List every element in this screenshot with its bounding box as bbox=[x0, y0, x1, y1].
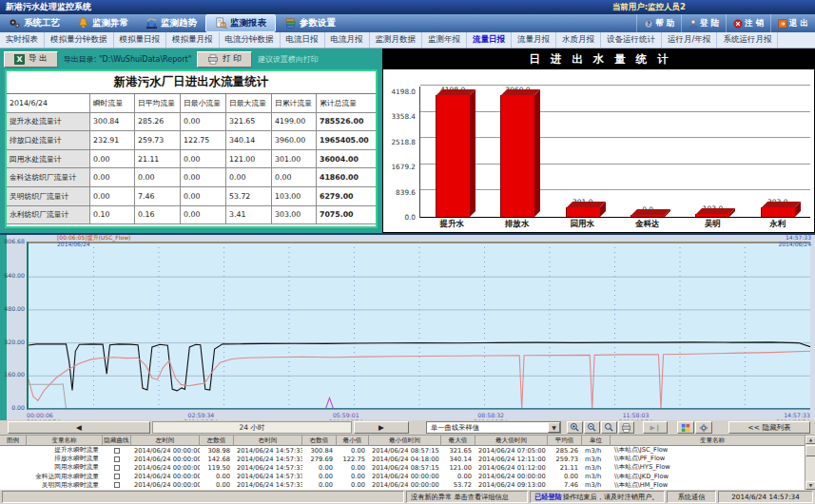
print-trend-button[interactable] bbox=[618, 421, 634, 434]
bar-category-label: 提升水 bbox=[422, 219, 481, 232]
menu-item-system-process[interactable]: 系统工艺 bbox=[0, 14, 68, 32]
tab[interactable]: 监测年报 bbox=[422, 32, 467, 48]
tab[interactable]: 系统运行月报 bbox=[717, 32, 778, 48]
logout-button-label: 注 销 bbox=[745, 18, 764, 29]
tag-path-cell: \\本站点\JSC_Flow bbox=[611, 446, 815, 455]
alarm-status-text[interactable]: 没有新的异常 单击查看详细信息 bbox=[406, 491, 528, 503]
trend-plot[interactable] bbox=[27, 242, 810, 410]
max-time-cell: 2014/06/24 07:05:00 bbox=[475, 447, 548, 455]
hide-curve-checkbox[interactable] bbox=[114, 465, 120, 471]
hide-curve-checkbox[interactable] bbox=[114, 448, 120, 454]
min-value-cell: 0.00 bbox=[337, 481, 369, 489]
max-value-cell: 0.00 bbox=[441, 473, 475, 480]
tab[interactable]: 模拟量分钟数据 bbox=[45, 32, 114, 48]
daily-avg-cell: 21.11 bbox=[135, 150, 181, 169]
menu-item-parameter-settings[interactable]: 参数设置 bbox=[276, 14, 344, 32]
tab[interactable]: 电流月报 bbox=[325, 32, 370, 48]
bar-column: 301.0 bbox=[553, 86, 612, 217]
bar[interactable] bbox=[436, 95, 470, 217]
play-button[interactable]: ▶❙ bbox=[643, 421, 668, 434]
left-teal-strip bbox=[0, 235, 7, 422]
right-value-cell: 0.00 bbox=[302, 473, 337, 480]
menu-item-monitor-alarm[interactable]: 监测异常 bbox=[68, 14, 137, 32]
left-time-cell: 2014/06/24 00:00:00 bbox=[131, 447, 200, 455]
login-button-label: 登 陆 bbox=[700, 18, 719, 29]
right-value-cell: 300.84 bbox=[302, 447, 337, 455]
variable-name-cell: 吴明回用水瞬时流量 bbox=[27, 481, 103, 490]
legend-scrollbar[interactable]: ▲ ▼ bbox=[805, 436, 815, 490]
tab[interactable]: 电流分钟数据 bbox=[220, 32, 281, 48]
trend-plot-svg bbox=[29, 242, 810, 409]
tab[interactable]: 水质月报 bbox=[556, 32, 601, 48]
print-button[interactable]: 打 印 bbox=[197, 51, 252, 68]
daily-min-cell: 0.00 bbox=[181, 187, 226, 206]
scroll-up-icon[interactable]: ▲ bbox=[805, 436, 815, 444]
daily-min-cell: 0.00 bbox=[181, 168, 226, 187]
tag-path-cell: \\本站点\JKD_Flow bbox=[611, 473, 815, 481]
tab[interactable]: 运行月/年报 bbox=[662, 32, 717, 48]
bar-chart-x-labels: 提升水排放水回用水金科达吴明永利 bbox=[419, 219, 810, 232]
tab[interactable]: 电流日报 bbox=[281, 32, 325, 48]
tab[interactable]: 实时报表 bbox=[0, 32, 45, 48]
curve-mode-select[interactable]: 单一曲线采样值 ▼ bbox=[426, 421, 561, 434]
report-panel: X 导 出 导出目录: "D:\WuShuiData\Report" 打 印 建… bbox=[0, 48, 382, 233]
bar[interactable] bbox=[761, 207, 795, 217]
tab[interactable]: 设备运行统计 bbox=[601, 32, 662, 48]
hide-list-button[interactable]: << 隐藏列表 bbox=[728, 421, 810, 434]
legend-row[interactable]: 吴明回用水瞬时流量 2014/06/24 00:00:00 0.00 2014/… bbox=[0, 481, 815, 490]
min-value-cell: 0.00 bbox=[337, 447, 369, 455]
menu-item-monitor-trend[interactable]: 监测趋势 bbox=[137, 14, 205, 32]
time-range-scrollbar[interactable]: 24 小时 bbox=[152, 421, 352, 434]
login-button[interactable]: 登 陆 bbox=[681, 14, 726, 32]
bar[interactable] bbox=[500, 95, 534, 217]
legend-col-header: 变量名称 bbox=[27, 436, 103, 446]
zoom-in-button[interactable] bbox=[567, 421, 583, 434]
chart-grid-button[interactable] bbox=[677, 421, 694, 434]
bar[interactable] bbox=[695, 214, 729, 217]
bar-chart-y-tick: 4198.0 bbox=[391, 89, 416, 95]
export-button[interactable]: X 导 出 bbox=[4, 51, 58, 68]
zoom-reset-button[interactable] bbox=[601, 421, 617, 434]
tab[interactable]: 监测月数据 bbox=[370, 32, 423, 48]
chevron-down-icon[interactable]: ▼ bbox=[548, 422, 560, 433]
max-value-cell: 321.65 bbox=[441, 447, 475, 455]
chart-options-button[interactable] bbox=[695, 421, 712, 434]
daily-flow-report-table: 新港污水厂日进出水流量统计 2014/6/24 瞬时流量 日平均流量 日最小流量… bbox=[5, 69, 378, 228]
scroll-down-icon[interactable]: ▼ bbox=[805, 481, 815, 490]
report-row: 永利纺织厂流量计 0.10 0.16 0.00 3.41 303.00 7075… bbox=[7, 206, 376, 225]
avg-value-cell: 0.00 bbox=[548, 473, 582, 480]
bar[interactable] bbox=[631, 215, 665, 217]
max-value-cell: 340.14 bbox=[441, 456, 475, 463]
tab[interactable]: 流量月报 bbox=[512, 32, 556, 48]
min-time-cell: 2014/06/24 00:00:00 bbox=[369, 473, 441, 480]
scrollbar-thumb[interactable] bbox=[805, 445, 815, 456]
hide-curve-checkbox[interactable] bbox=[114, 482, 120, 488]
exit-button[interactable]: 退 出 bbox=[770, 14, 815, 32]
scroll-left-button[interactable]: ◀ bbox=[8, 421, 150, 434]
trend-controls-row: ◀ 24 小时 ▶ 单一曲线采样值 ▼ ▶❙ << 隐藏列表 bbox=[0, 420, 815, 436]
zoom-out-button[interactable] bbox=[584, 421, 600, 434]
hide-curve-checkbox[interactable] bbox=[114, 456, 120, 462]
legend-header-row: 图例变量名称隐藏曲线左时间左数值右时间右数值最小值最小值时间最大值最大值时间平均… bbox=[0, 436, 815, 446]
bar[interactable] bbox=[566, 207, 600, 217]
tab[interactable]: 流量日报 bbox=[467, 32, 512, 48]
login-status-rest: 操作结束后，请及时注销用户。 bbox=[563, 493, 659, 502]
right-time-cell: 2014/06/24 14:57:33 bbox=[234, 473, 302, 480]
gears-icon bbox=[9, 17, 21, 29]
help-button[interactable]: ? 帮 助 bbox=[636, 14, 681, 32]
legend-col-header: 右时间 bbox=[234, 436, 302, 446]
tab[interactable]: 模拟量日报 bbox=[114, 32, 167, 48]
logout-button[interactable]: 注 销 bbox=[726, 14, 770, 32]
legend-row[interactable]: 金科达回用水瞬时流量 2014/06/24 00:00:00 0.00 2014… bbox=[0, 473, 815, 481]
legend-row[interactable]: 提升水瞬时流量 2014/06/24 00:00:00 308.98 2014/… bbox=[0, 446, 815, 455]
tab[interactable]: 模拟量月报 bbox=[166, 32, 220, 48]
unit-cell: m3/h bbox=[582, 464, 611, 472]
legend-row[interactable]: 回用水瞬时流量 2014/06/24 00:00:00 119.50 2014/… bbox=[0, 463, 815, 472]
scada-window: 新港污水处理监控系统 当前用户:监控人员2 系统工艺 监测异常 监测趋势 监测报… bbox=[0, 0, 815, 504]
hide-curve-checkbox[interactable] bbox=[114, 474, 120, 479]
bar-chart-y-tick: 2518.8 bbox=[391, 140, 416, 145]
menu-item-monitor-report[interactable]: 监测报表 bbox=[205, 14, 276, 32]
scroll-right-button[interactable]: ▶ bbox=[354, 421, 409, 434]
legend-row[interactable]: 排放水瞬时流量 2014/06/24 00:00:00 142.68 2014/… bbox=[0, 455, 815, 463]
flowmeter-name-cell: 吴明纺织厂流量计 bbox=[7, 187, 90, 206]
